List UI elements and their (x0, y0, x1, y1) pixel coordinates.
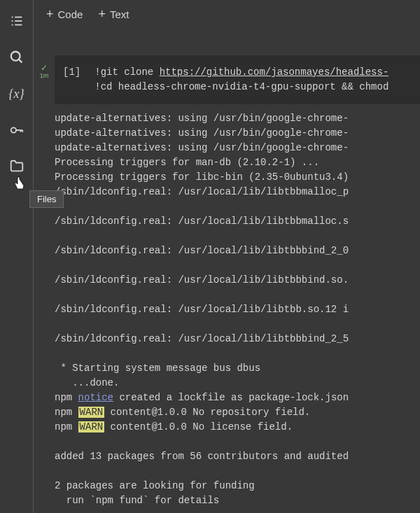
cursor-pointer-icon (13, 175, 27, 195)
cell-toolbar: + Code + Text (34, 0, 420, 29)
add-code-label: Code (58, 8, 83, 20)
cell-gutter: ✓ 1m (34, 29, 55, 513)
plus-icon: + (46, 7, 54, 22)
svg-point-6 (10, 52, 20, 61)
svg-point-8 (10, 127, 15, 132)
notebook-content: ✓ 1m [1] !git clone https://github.com/j… (34, 29, 420, 513)
npm-warn-label: WARN (78, 421, 105, 433)
npm-warn-label: WARN (78, 407, 105, 418)
add-code-button[interactable]: + Code (46, 7, 83, 22)
code-cell[interactable]: [1] !git clone https://github.com/jasonm… (55, 55, 420, 104)
cell-exec-time: 1m (34, 72, 55, 79)
cell-status-check-icon: ✓ (34, 64, 55, 72)
left-sidebar: {x} Files (0, 0, 34, 513)
cell-output: update-alternatives: using /usr/bin/goog… (55, 104, 420, 513)
svg-line-7 (18, 59, 22, 63)
variables-icon[interactable]: {x} (8, 85, 25, 102)
search-icon[interactable] (8, 49, 25, 66)
add-text-label: Text (110, 8, 130, 20)
code-content: !git clone https://github.com/jasonmayes… (94, 65, 388, 94)
cell-area: [1] !git clone https://github.com/jasonm… (55, 29, 420, 513)
main-panel: + Code + Text ✓ 1m [1] !git clone https:… (34, 0, 420, 513)
secrets-key-icon[interactable] (8, 122, 25, 139)
cell-index: [1] (63, 65, 80, 94)
npm-notice-label: notice (78, 392, 113, 403)
files-icon[interactable] (8, 158, 25, 175)
plus-icon: + (98, 7, 106, 22)
files-tooltip: Files (29, 190, 64, 208)
add-text-button[interactable]: + Text (98, 7, 129, 22)
toc-icon[interactable] (8, 13, 25, 29)
